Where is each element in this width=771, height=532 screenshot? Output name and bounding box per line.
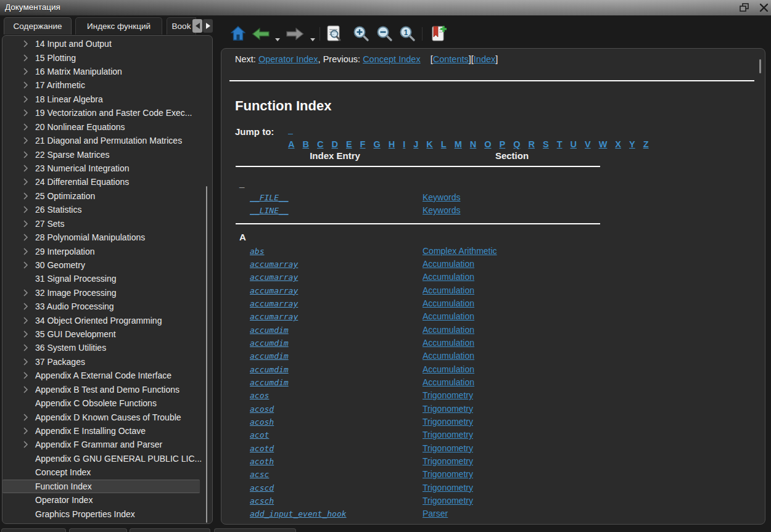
restore-window-icon[interactable] — [740, 3, 749, 12]
chevron-right-icon[interactable] — [23, 234, 33, 241]
jump-letter-link[interactable]: H — [389, 139, 395, 149]
section-link[interactable]: Accumulation — [423, 298, 474, 308]
jump-letter-link[interactable]: J — [413, 139, 418, 149]
sidebar-item[interactable]: 31 Signal Processing — [2, 272, 212, 285]
function-link[interactable]: accumdim — [250, 325, 289, 335]
sidebar-item[interactable]: 14 Input and Output — [2, 37, 212, 51]
sidebar-item[interactable]: 19 Vectorization and Faster Code Exec... — [2, 106, 212, 120]
jump-underscore-link[interactable]: _ — [288, 125, 293, 135]
chevron-right-icon[interactable] — [23, 206, 33, 213]
chevron-right-icon[interactable] — [23, 165, 33, 172]
jump-letter-link[interactable]: N — [470, 139, 476, 149]
sidebar-item[interactable]: 33 Audio Processing — [2, 300, 212, 313]
sidebar-item[interactable]: 28 Polynomial Manipulations — [2, 231, 212, 244]
tab-contents[interactable]: Содержание — [4, 17, 72, 35]
jump-letter-link[interactable]: R — [529, 139, 535, 149]
section-link[interactable]: Parser — [423, 509, 448, 518]
jump-letter-link[interactable]: W — [599, 139, 608, 149]
jump-letter-link[interactable]: X — [615, 139, 621, 149]
section-link[interactable]: Accumulation — [423, 364, 474, 374]
jump-letter-link[interactable]: A — [288, 139, 294, 149]
jump-letter-link[interactable]: K — [426, 139, 432, 149]
chevron-right-icon[interactable] — [23, 220, 33, 227]
section-link[interactable]: Accumulation — [423, 259, 474, 269]
chevron-right-icon[interactable] — [23, 123, 33, 131]
section-link[interactable]: Complex Arithmetic — [423, 246, 497, 256]
function-link[interactable]: accumarray — [250, 299, 298, 308]
function-link[interactable]: acscd — [250, 483, 274, 493]
jump-letter-link[interactable]: E — [346, 139, 352, 149]
section-link[interactable]: Trigonometry — [423, 404, 473, 414]
chevron-right-icon[interactable] — [23, 317, 33, 324]
tab-scroll-left-icon[interactable] — [192, 19, 202, 33]
chevron-right-icon[interactable] — [23, 303, 33, 310]
function-link[interactable]: accumdim — [250, 378, 289, 387]
jump-letter-link[interactable]: Q — [513, 139, 520, 149]
forward-history-dropdown-icon[interactable] — [310, 38, 315, 41]
nav-prev-link[interactable]: Concept Index — [363, 54, 421, 64]
jump-letter-link[interactable]: U — [571, 139, 577, 149]
section-link[interactable]: Accumulation — [423, 377, 474, 387]
section-link[interactable]: Accumulation — [423, 311, 474, 321]
function-link[interactable]: accumdim — [250, 365, 289, 374]
jump-letter-link[interactable]: C — [317, 139, 323, 149]
chevron-right-icon[interactable] — [23, 261, 33, 269]
sidebar-item[interactable]: 17 Arithmetic — [2, 78, 212, 92]
search-page-icon[interactable] — [326, 25, 342, 44]
section-link[interactable]: Accumulation — [423, 272, 474, 282]
function-link[interactable]: accumdim — [250, 338, 289, 348]
function-link[interactable]: abs — [250, 247, 264, 256]
function-link[interactable]: accumarray — [250, 312, 298, 321]
sidebar-item[interactable]: Appendix D Known Causes of Trouble — [2, 410, 212, 424]
chevron-right-icon[interactable] — [23, 81, 33, 89]
chevron-right-icon[interactable] — [23, 54, 33, 62]
chevron-right-icon[interactable] — [23, 96, 33, 103]
zoom-original-icon[interactable]: 1 — [399, 25, 416, 44]
function-link[interactable]: acot — [250, 430, 269, 440]
jump-letter-link[interactable]: G — [373, 139, 380, 149]
chevron-right-icon[interactable] — [23, 372, 33, 379]
tab-function-index[interactable]: Индекс функций — [75, 17, 162, 35]
zoom-in-icon[interactable] — [353, 25, 369, 44]
sidebar-item[interactable]: 29 Interpolation — [2, 244, 212, 258]
home-icon[interactable] — [231, 25, 245, 44]
sidebar-item[interactable]: Appendix E Installing Octave — [2, 424, 212, 438]
sidebar-item[interactable]: 35 GUI Development — [2, 327, 212, 341]
chevron-right-icon[interactable] — [23, 386, 33, 393]
tree-scrollbar[interactable] — [206, 186, 207, 523]
jump-letter-link[interactable]: F — [360, 139, 366, 149]
jump-letter-link[interactable]: V — [585, 139, 591, 149]
chevron-right-icon[interactable] — [23, 248, 33, 255]
section-link[interactable]: Trigonometry — [423, 483, 473, 493]
nav-index-link[interactable]: Index — [474, 54, 495, 64]
tab-bookmarks[interactable]: Book — [167, 17, 196, 35]
zoom-out-icon[interactable] — [376, 25, 393, 44]
sidebar-item[interactable]: 30 Geometry — [2, 258, 212, 272]
section-link[interactable]: Accumulation — [423, 351, 474, 361]
sidebar-item[interactable]: Appendix F Grammar and Parser — [2, 438, 212, 451]
function-link[interactable]: acsch — [250, 496, 274, 505]
function-link[interactable]: acoth — [250, 457, 274, 466]
sidebar-item[interactable]: Appendix B Test and Demo Functions — [2, 383, 212, 396]
chevron-right-icon[interactable] — [23, 441, 33, 448]
sidebar-item[interactable]: 24 Differential Equations — [2, 175, 212, 189]
back-icon[interactable] — [252, 28, 270, 43]
function-link[interactable]: acosh — [250, 417, 274, 427]
cutoff-button[interactable] — [130, 528, 210, 532]
function-link[interactable]: acos — [250, 391, 269, 400]
sidebar-item[interactable]: Graphics Properties Index — [2, 507, 212, 520]
jump-letter-link[interactable]: S — [543, 139, 549, 149]
jump-letter-link[interactable]: P — [500, 139, 506, 149]
chevron-right-icon[interactable] — [23, 330, 33, 338]
sidebar-item[interactable]: 21 Diagonal and Permutation Matrices — [2, 134, 212, 147]
sidebar-item[interactable]: 18 Linear Algebra — [2, 92, 212, 106]
forward-icon[interactable] — [286, 28, 304, 43]
sidebar-item[interactable]: 22 Sparse Matrices — [2, 147, 212, 161]
cutoff-button[interactable] — [214, 528, 296, 532]
section-link[interactable]: Trigonometry — [423, 390, 473, 400]
chevron-right-icon[interactable] — [23, 109, 33, 117]
back-history-dropdown-icon[interactable] — [275, 38, 280, 41]
chevron-right-icon[interactable] — [23, 40, 33, 47]
chevron-right-icon[interactable] — [23, 137, 33, 144]
chevron-right-icon[interactable] — [23, 151, 33, 158]
